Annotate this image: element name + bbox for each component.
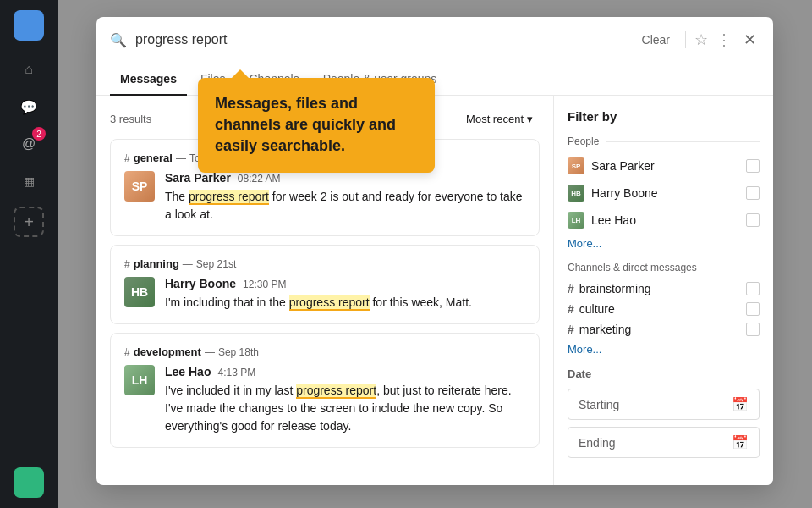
message-row: SP Sara Parker 08:22 AM The progress rep… [124, 171, 525, 224]
hash-icon: # [568, 282, 574, 295]
message-time: 4:13 PM [217, 367, 255, 378]
message-channel-header: # planning — Sep 21st [124, 257, 525, 270]
badge-count: 2 [32, 127, 46, 141]
channels-more-link[interactable]: More... [568, 343, 760, 356]
message-content: Lee Hao 4:13 PM I've included it in my l… [165, 365, 525, 435]
filter-person-left: SP Sara Parker [568, 157, 655, 174]
filter-channel-left: # marketing [568, 323, 631, 336]
filter-person-left: LH Lee Hao [568, 212, 636, 229]
people-more-link[interactable]: More... [568, 237, 760, 250]
search-header: 🔍 Clear ☆ ⋮ ✕ [96, 17, 773, 64]
close-button[interactable]: ✕ [740, 27, 760, 52]
filter-person-harry[interactable]: HB Harry Boone [568, 183, 760, 203]
hash-icon: # [568, 323, 574, 336]
avatar: HB [124, 277, 155, 307]
workspace-logo[interactable] [14, 10, 44, 41]
filter-avatar: HB [568, 185, 584, 202]
clear-button[interactable]: Clear [635, 30, 677, 50]
message-content: Harry Boone 12:30 PM I'm including that … [165, 277, 525, 312]
filter-checkbox-harry[interactable] [746, 186, 760, 200]
tooltip-text: Messages, files and channels are quickly… [215, 95, 396, 154]
message-header: Lee Hao 4:13 PM [165, 365, 525, 378]
channels-section-label: Channels & direct messages [568, 262, 760, 273]
channel-date: — [176, 152, 186, 164]
results-count: 3 results [110, 113, 151, 125]
sidebar-add-button[interactable]: + [14, 207, 44, 237]
date-starting-input[interactable]: Starting 📅 [568, 389, 760, 420]
sort-dropdown[interactable]: Most recent ▾ [459, 109, 540, 129]
filter-channel-left: # brainstorming [568, 282, 651, 295]
tab-messages[interactable]: Messages [110, 64, 187, 96]
sidebar: ⌂ 💬 @ 2 ▦ + [0, 0, 58, 508]
text-before: I've included it in my last [165, 384, 296, 397]
filter-channel-name: brainstorming [579, 282, 651, 295]
filter-sidebar: Filter by People SP Sara Parker HB H [553, 96, 773, 485]
text-before: The [165, 190, 189, 203]
sidebar-item-mentions[interactable]: @ 2 [14, 129, 44, 159]
channel-name: planning [134, 257, 179, 270]
filter-person-left: HB Harry Boone [568, 185, 658, 202]
grid-icon: ▦ [24, 174, 35, 188]
search-modal: 🔍 Clear ☆ ⋮ ✕ Messages Files Channels Pe… [96, 17, 773, 485]
sidebar-item-workspace[interactable]: ▦ [14, 166, 44, 196]
people-section-label: People [568, 135, 760, 147]
filter-checkbox-culture[interactable] [746, 302, 760, 316]
highlighted-term: progress report [296, 384, 376, 399]
modal-overlay: 🔍 Clear ☆ ⋮ ✕ Messages Files Channels Pe… [58, 0, 812, 508]
divider [685, 31, 686, 48]
starting-label: Starting [579, 398, 619, 411]
message-card: # planning — Sep 21st HB Harry Boone 12:… [110, 245, 540, 324]
filter-checkbox-sara[interactable] [746, 159, 760, 173]
message-channel-header: # development — Sep 18th [124, 345, 525, 358]
calendar-icon: 📅 [732, 396, 749, 412]
message-card: # development — Sep 18th LH Lee Hao 4:13… [110, 333, 540, 448]
sidebar-workspace-avatar[interactable] [14, 467, 44, 498]
hash-icon: # [568, 302, 574, 316]
filter-checkbox-marketing[interactable] [746, 323, 760, 336]
sidebar-item-messages[interactable]: 💬 [14, 91, 44, 122]
channel-name: development [134, 345, 201, 358]
highlighted-term: progress report [289, 295, 370, 311]
filter-person-lee[interactable]: LH Lee Hao [568, 210, 760, 230]
filter-channel-brainstorming[interactable]: # brainstorming [568, 282, 760, 295]
filter-checkbox-brainstorming[interactable] [746, 282, 760, 295]
message-author: Lee Hao [165, 365, 211, 378]
filter-channel-marketing[interactable]: # marketing [568, 323, 760, 336]
search-icon: 🔍 [110, 32, 127, 48]
message-header: Harry Boone 12:30 PM [165, 277, 525, 290]
message-text: The progress report for week 2 is out an… [165, 188, 525, 224]
filter-title: Filter by [568, 109, 760, 124]
filter-person-name: Harry Boone [591, 186, 658, 200]
ending-label: Ending [579, 436, 616, 450]
text-before: I'm including that in the [165, 295, 289, 309]
filter-person-sara[interactable]: SP Sara Parker [568, 156, 760, 176]
sidebar-item-home[interactable]: ⌂ [14, 54, 44, 85]
message-time: 12:30 PM [243, 279, 286, 290]
message-row: LH Lee Hao 4:13 PM I've included it in m… [124, 365, 525, 435]
message-date: Sep 18th [218, 346, 259, 358]
message-header: Sara Parker 08:22 AM [165, 171, 525, 185]
sort-label: Most recent [466, 113, 524, 125]
filter-channel-culture[interactable]: # culture [568, 302, 760, 316]
chevron-down-icon: ▾ [527, 113, 533, 125]
filter-channel-name: culture [579, 302, 615, 316]
message-row: HB Harry Boone 12:30 PM I'm including th… [124, 277, 525, 312]
message-text: I'm including that in the progress repor… [165, 294, 525, 312]
message-text: I've included it in my last progress rep… [165, 382, 525, 435]
filter-channel-left: # culture [568, 302, 615, 316]
tooltip: Messages, files and channels are quickly… [198, 78, 435, 173]
filter-avatar: SP [568, 157, 584, 174]
filter-checkbox-lee[interactable] [746, 213, 760, 227]
add-icon: + [24, 213, 34, 232]
channel-date-sep: — [183, 258, 193, 270]
message-content: Sara Parker 08:22 AM The progress report… [165, 171, 525, 224]
message-author: Sara Parker [165, 171, 231, 185]
date-ending-input[interactable]: Ending 📅 [568, 427, 760, 458]
search-input[interactable] [135, 32, 627, 47]
channel-name: general [134, 152, 173, 164]
more-options-icon[interactable]: ⋮ [716, 30, 732, 49]
avatar: LH [124, 365, 155, 395]
message-author: Harry Boone [165, 277, 236, 290]
message-time: 08:22 AM [238, 173, 281, 185]
star-icon[interactable]: ☆ [694, 30, 708, 49]
